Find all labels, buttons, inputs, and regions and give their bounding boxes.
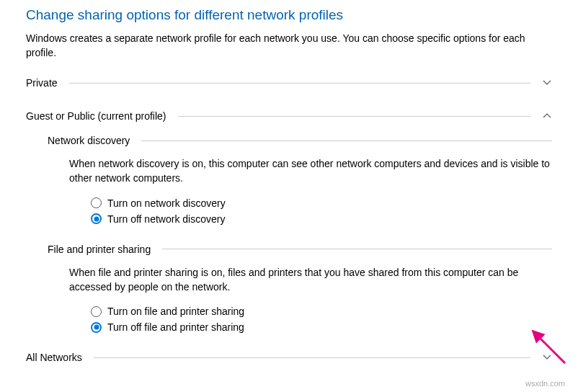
section-private[interactable]: Private bbox=[26, 77, 552, 89]
watermark: wsxdn.com bbox=[525, 379, 565, 388]
section-guest-public[interactable]: Guest or Public (current profile) bbox=[26, 110, 552, 122]
section-private-label: Private bbox=[26, 77, 58, 89]
chevron-up-icon bbox=[542, 111, 552, 121]
subheading-label: Network discovery bbox=[48, 135, 130, 146]
divider bbox=[69, 83, 530, 84]
radio-file-printer-off[interactable]: Turn off file and printer sharing bbox=[91, 321, 552, 333]
subsection-file-printer-sharing: File and printer sharing When file and p… bbox=[48, 244, 552, 334]
subsection-network-discovery: Network discovery When network discovery… bbox=[48, 135, 552, 225]
subheading-network-discovery: Network discovery bbox=[48, 135, 552, 146]
network-discovery-explain: When network discovery is on, this compu… bbox=[69, 156, 552, 186]
chevron-down-icon bbox=[542, 352, 552, 362]
radio-label: Turn off network discovery bbox=[107, 213, 225, 225]
section-all-networks[interactable]: All Networks bbox=[26, 352, 552, 363]
page-title: Change sharing options for different net… bbox=[26, 7, 552, 23]
radio-label: Turn on file and printer sharing bbox=[107, 306, 244, 317]
section-guest-label: Guest or Public (current profile) bbox=[26, 110, 166, 122]
radio-icon bbox=[91, 306, 102, 317]
radio-network-discovery-off[interactable]: Turn off network discovery bbox=[91, 213, 552, 225]
radio-label: Turn on network discovery bbox=[107, 197, 226, 209]
radio-network-discovery-on[interactable]: Turn on network discovery bbox=[91, 197, 552, 209]
subheading-file-printer: File and printer sharing bbox=[48, 244, 552, 255]
radio-icon bbox=[91, 213, 102, 224]
radio-icon bbox=[91, 197, 102, 208]
radio-icon bbox=[91, 322, 102, 333]
divider bbox=[94, 357, 530, 358]
radio-file-printer-on[interactable]: Turn on file and printer sharing bbox=[91, 306, 552, 317]
page-description: Windows creates a separate network profi… bbox=[26, 32, 552, 60]
file-printer-explain: When file and printer sharing is on, fil… bbox=[69, 265, 552, 295]
divider bbox=[162, 249, 552, 249]
section-all-networks-label: All Networks bbox=[26, 352, 82, 363]
divider bbox=[141, 141, 552, 141]
subheading-label: File and printer sharing bbox=[48, 244, 151, 255]
radio-label: Turn off file and printer sharing bbox=[107, 321, 244, 333]
divider bbox=[178, 116, 530, 117]
chevron-down-icon bbox=[542, 78, 552, 88]
